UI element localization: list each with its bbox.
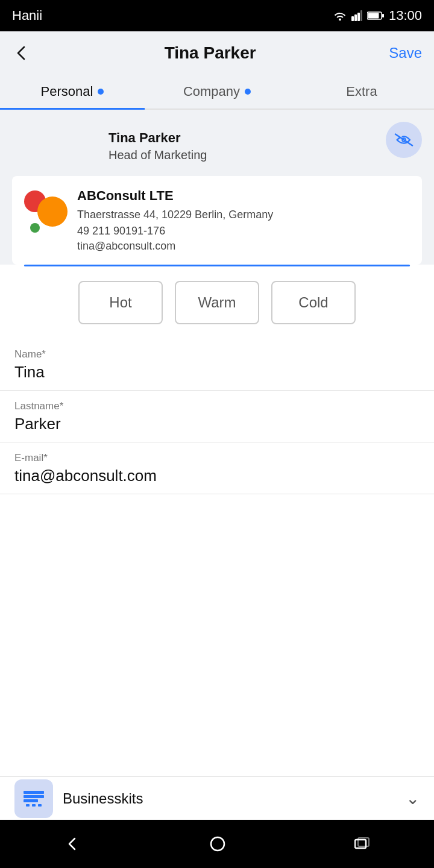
- businesskits-label: Businesskits: [63, 790, 396, 807]
- nav-recents-button[interactable]: [354, 837, 370, 851]
- tab-personal[interactable]: Personal: [0, 75, 145, 108]
- card-preview-job-title: Head of Marketing: [108, 148, 420, 162]
- svg-rect-10: [24, 799, 38, 802]
- cold-button[interactable]: Cold: [271, 281, 356, 324]
- tab-company-label: Company: [183, 84, 240, 99]
- tab-personal-label: Personal: [41, 84, 93, 99]
- toggle-visibility-button[interactable]: [386, 122, 422, 158]
- form-section: Name* Tina Lastname* Parker E-mail* tina…: [0, 339, 434, 776]
- name-field: Name* Tina: [0, 339, 434, 391]
- tab-extra-label: Extra: [346, 84, 377, 99]
- email-value[interactable]: tina@abconsult.com: [14, 467, 420, 489]
- email-label: E-mail*: [14, 452, 420, 464]
- signal-icon: [351, 10, 362, 21]
- logo-circle-orange: [37, 197, 68, 227]
- tabs-bar: Personal Company Extra: [0, 75, 434, 110]
- nav-home-icon: [209, 835, 226, 852]
- status-time: 13:00: [389, 8, 422, 24]
- nav-recents-icon: [354, 837, 370, 851]
- businesskits-bar[interactable]: Businesskits ⌄: [0, 776, 434, 820]
- page-title: Tina Parker: [165, 43, 256, 63]
- app-bar: Tina Parker Save: [0, 31, 434, 75]
- svg-rect-12: [32, 804, 36, 807]
- card-preview: Tina Parker Head of Marketing: [0, 110, 434, 164]
- email-field: E-mail* tina@abconsult.com: [0, 442, 434, 494]
- svg-rect-8: [24, 791, 44, 794]
- svg-rect-3: [360, 10, 362, 21]
- tab-extra[interactable]: Extra: [289, 75, 434, 108]
- name-value[interactable]: Tina: [14, 363, 420, 385]
- android-nav-bar: [0, 820, 434, 868]
- svg-rect-11: [26, 804, 30, 807]
- battery-icon: [367, 11, 384, 20]
- svg-rect-1: [354, 14, 357, 21]
- tab-company-dot: [245, 89, 251, 95]
- card-preview-info: Tina Parker Head of Marketing: [108, 124, 420, 162]
- svg-point-14: [211, 837, 224, 851]
- svg-rect-2: [357, 13, 360, 21]
- form-spacer: [0, 494, 434, 530]
- svg-rect-0: [351, 16, 354, 21]
- wifi-icon: [333, 11, 347, 20]
- lastname-field: Lastname* Parker: [0, 391, 434, 442]
- status-icons: 13:00: [333, 8, 422, 24]
- warm-button[interactable]: Warm: [175, 281, 259, 324]
- businesskits-icon: [14, 779, 53, 818]
- logo-circle-green: [30, 223, 40, 233]
- eye-off-icon: [394, 130, 414, 149]
- company-logo: [24, 190, 68, 234]
- svg-rect-13: [38, 804, 42, 807]
- nav-back-icon: [64, 835, 81, 852]
- card-preview-name: Tina Parker: [108, 130, 420, 146]
- name-label: Name*: [14, 348, 420, 360]
- svg-rect-6: [382, 14, 384, 17]
- nav-back-button[interactable]: [64, 835, 81, 852]
- save-button[interactable]: Save: [389, 45, 422, 61]
- hot-button[interactable]: Hot: [78, 281, 163, 324]
- company-name: ABConsult LTE: [77, 188, 410, 204]
- nav-home-button[interactable]: [209, 835, 226, 852]
- temperature-buttons: Hot Warm Cold: [0, 266, 434, 339]
- status-bar: Hanii 13:00: [0, 0, 434, 31]
- company-card: ABConsult LTE Thaerstrasse 44, 10229 Ber…: [12, 176, 422, 265]
- svg-rect-9: [24, 795, 44, 798]
- svg-rect-5: [368, 13, 379, 19]
- company-phone: 49 211 90191-176: [77, 225, 410, 237]
- lastname-label: Lastname*: [14, 400, 420, 412]
- list-icon: [22, 789, 45, 808]
- chevron-down-icon: ⌄: [406, 788, 420, 808]
- lastname-value[interactable]: Parker: [14, 415, 420, 437]
- back-button[interactable]: [12, 43, 31, 63]
- company-address: Thaerstrasse 44, 10229 Berlin, Germany: [77, 207, 410, 222]
- app-name: Hanii: [12, 8, 42, 24]
- company-email: tina@abconsult.com: [77, 240, 410, 253]
- tab-company[interactable]: Company: [145, 75, 289, 108]
- tab-personal-dot: [98, 89, 104, 95]
- company-info: ABConsult LTE Thaerstrasse 44, 10229 Ber…: [77, 188, 410, 253]
